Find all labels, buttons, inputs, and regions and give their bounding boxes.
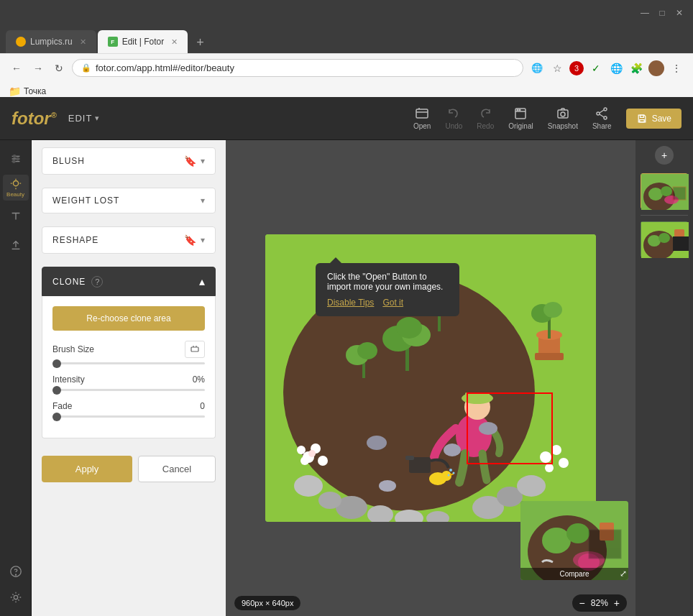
thumbnail-1[interactable]: [641, 173, 688, 209]
snapshot-button[interactable]: Snapshot: [548, 106, 578, 130]
sidebar-icon-help[interactable]: [3, 558, 29, 584]
tab-label-lumpics: Lumpics.ru: [30, 37, 73, 47]
svg-point-6: [604, 108, 607, 111]
svg-point-59: [308, 450, 316, 457]
svg-rect-47: [465, 392, 490, 401]
original-button[interactable]: Original: [508, 106, 533, 130]
undo-button[interactable]: Undo: [445, 106, 462, 130]
intensity-label: Intensity: [52, 374, 85, 385]
canvas-image[interactable]: Click the "Open" Button to import more y…: [265, 234, 596, 522]
text-icon: [9, 210, 22, 223]
apply-cancel-area: Apply Cancel: [32, 456, 226, 482]
disable-tips-link[interactable]: Disable Tips: [327, 298, 374, 308]
clone-help-icon[interactable]: ?: [91, 276, 103, 288]
minimize-button[interactable]: —: [640, 8, 650, 18]
intensity-row: Intensity 0%: [52, 374, 205, 391]
svg-point-70: [543, 302, 562, 318]
svg-point-54: [448, 474, 450, 477]
brush-size-row: Brush Size: [52, 341, 205, 364]
extension1-icon[interactable]: 3: [569, 61, 584, 75]
svg-point-16: [12, 160, 15, 163]
svg-rect-82: [589, 530, 621, 558]
intensity-slider[interactable]: [52, 389, 205, 391]
thumbnail-2[interactable]: [641, 221, 688, 257]
clone-row[interactable]: CLONE ? ▴: [42, 267, 216, 296]
svg-point-62: [551, 445, 561, 455]
reshape-row[interactable]: RESHAPE 🔖 ▾: [42, 226, 216, 254]
panel-item-clone: CLONE ? ▴ Re-choose clone area Brush Siz…: [32, 267, 226, 446]
star-icon[interactable]: ☆: [549, 60, 565, 76]
reshape-label: RESHAPE: [52, 235, 98, 245]
rechoose-clone-area-button[interactable]: Re-choose clone area: [52, 306, 205, 331]
svg-point-56: [297, 446, 306, 454]
svg-rect-9: [640, 115, 643, 117]
weightlost-arrow-icon: ▾: [201, 196, 205, 206]
svg-point-2: [518, 109, 519, 111]
back-button[interactable]: ←: [9, 61, 24, 75]
url-box[interactable]: 🔒 fotor.com/app.html#/editor/beauty: [72, 59, 523, 77]
new-tab-button[interactable]: +: [189, 32, 211, 53]
sidebar-icon-text[interactable]: [3, 203, 29, 229]
zoom-out-button[interactable]: −: [579, 597, 585, 609]
svg-rect-0: [416, 109, 428, 118]
extension3-icon[interactable]: 🧩: [628, 60, 644, 76]
fade-slider[interactable]: [52, 415, 205, 418]
cancel-button[interactable]: Cancel: [138, 456, 216, 482]
beauty-label: Beauty: [6, 191, 24, 198]
profile-icon[interactable]: [648, 60, 664, 76]
got-it-link[interactable]: Got it: [382, 298, 403, 308]
compare-expand-icon[interactable]: ⤢: [620, 569, 627, 579]
thumb-svg-2: [641, 222, 689, 258]
globe-icon[interactable]: 🌐: [608, 60, 624, 76]
eraser-button[interactable]: [185, 341, 205, 358]
settings-icon: [9, 591, 22, 604]
beauty-panel: BLUSH 🔖 ▾ WEIGHT LOST ▾ RESHAPE 🔖: [32, 140, 226, 616]
svg-point-49: [441, 471, 451, 481]
close-button[interactable]: ✕: [674, 8, 684, 18]
tab-lumpics[interactable]: Lumpics.ru ✕: [6, 30, 96, 53]
sidebar-icon-upload[interactable]: [3, 232, 29, 258]
reload-button[interactable]: ↻: [52, 61, 66, 75]
fade-label: Fade: [52, 401, 72, 411]
menu-icon[interactable]: ⋮: [669, 60, 684, 76]
translate-icon[interactable]: 🌐: [529, 60, 545, 76]
sidebar-icon-settings[interactable]: [3, 584, 29, 610]
svg-point-60: [318, 456, 328, 466]
tab-close-lumpics[interactable]: ✕: [80, 37, 86, 47]
extension2-icon[interactable]: ✓: [588, 60, 604, 76]
tab-fotor[interactable]: F Edit | Fotor ✕: [98, 30, 188, 53]
app-toolbar: fotor® EDIT ▾ Open Undo Redo Original: [0, 97, 693, 140]
tab-close-fotor[interactable]: ✕: [171, 37, 178, 47]
sidebar-icon-adjust[interactable]: [3, 146, 29, 172]
canvas-bottom-bar: 960px × 640px − 82% +: [226, 590, 635, 616]
right-sidebar: +: [635, 140, 693, 616]
canvas-area: Click the "Open" Button to import more y…: [226, 140, 635, 616]
weightlost-row[interactable]: WEIGHT LOST ▾: [42, 188, 216, 213]
blush-row[interactable]: BLUSH 🔖 ▾: [42, 147, 216, 175]
clone-label: CLONE: [52, 277, 86, 287]
svg-point-52: [449, 469, 452, 472]
save-icon: [636, 113, 648, 124]
redo-button[interactable]: Redo: [477, 106, 494, 130]
undo-icon: [446, 106, 461, 121]
tab-favicon-fotor: F: [108, 37, 118, 47]
svg-point-72: [444, 443, 461, 456]
bookmark-label: Точка: [24, 86, 46, 96]
save-button[interactable]: Save: [626, 109, 681, 129]
open-button[interactable]: Open: [413, 106, 431, 130]
compare-thumbnail[interactable]: Compare ⤢: [520, 501, 628, 580]
apply-button[interactable]: Apply: [42, 456, 132, 482]
edit-label: EDIT: [68, 113, 93, 124]
zoom-in-button[interactable]: +: [614, 597, 620, 609]
svg-rect-21: [191, 347, 198, 351]
url-text: fotor.com/app.html#/editor/beauty: [96, 63, 234, 73]
maximize-button[interactable]: □: [657, 8, 667, 18]
add-image-button[interactable]: +: [655, 146, 674, 165]
sidebar-icon-beauty[interactable]: Beauty: [3, 175, 29, 201]
edit-menu[interactable]: EDIT ▾: [63, 110, 106, 127]
brush-size-slider[interactable]: [52, 362, 205, 364]
beauty-icon: [9, 178, 22, 190]
forward-button[interactable]: →: [30, 61, 46, 75]
share-button[interactable]: Share: [592, 106, 612, 130]
help-icon: [9, 565, 22, 578]
